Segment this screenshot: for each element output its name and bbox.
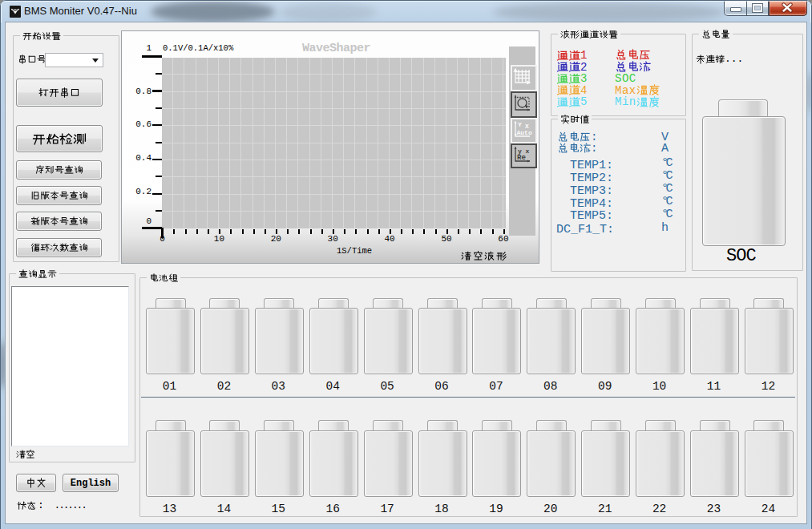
svg-text:Auto: Auto	[517, 129, 532, 136]
svg-text:Re: Re	[517, 154, 526, 162]
svg-text:Y: Y	[518, 121, 522, 128]
svg-text:x: x	[526, 147, 530, 155]
